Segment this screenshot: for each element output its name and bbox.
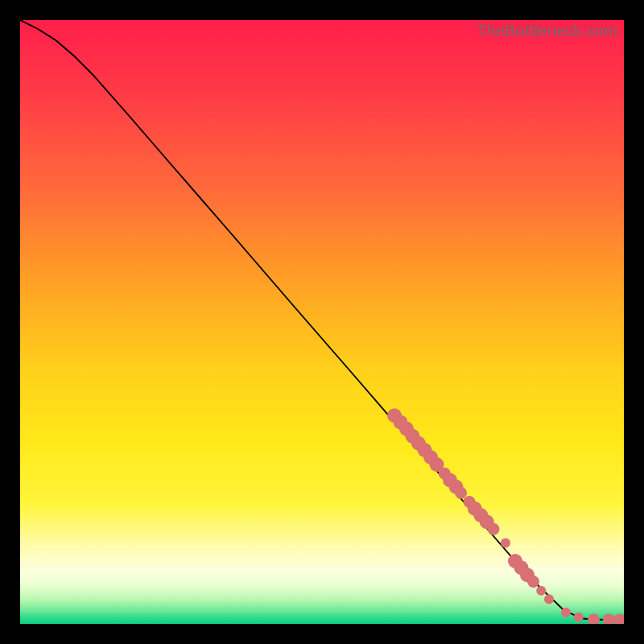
data-marker bbox=[455, 487, 467, 499]
data-marker bbox=[574, 613, 584, 622]
plot-area: TheBottleneck.com bbox=[20, 20, 624, 624]
data-marker bbox=[536, 586, 546, 596]
curve-layer bbox=[20, 20, 624, 624]
chart-frame: TheBottleneck.com bbox=[0, 0, 644, 644]
data-marker bbox=[561, 608, 571, 617]
watermark-text: TheBottleneck.com bbox=[477, 22, 617, 40]
data-marker bbox=[613, 613, 624, 624]
data-marker bbox=[544, 594, 554, 604]
data-marker bbox=[488, 523, 500, 535]
bottleneck-curve bbox=[20, 20, 624, 620]
data-marker bbox=[501, 538, 510, 547]
data-marker bbox=[603, 613, 615, 624]
data-marker bbox=[588, 613, 600, 624]
marker-group bbox=[387, 408, 624, 624]
data-marker bbox=[527, 576, 539, 588]
